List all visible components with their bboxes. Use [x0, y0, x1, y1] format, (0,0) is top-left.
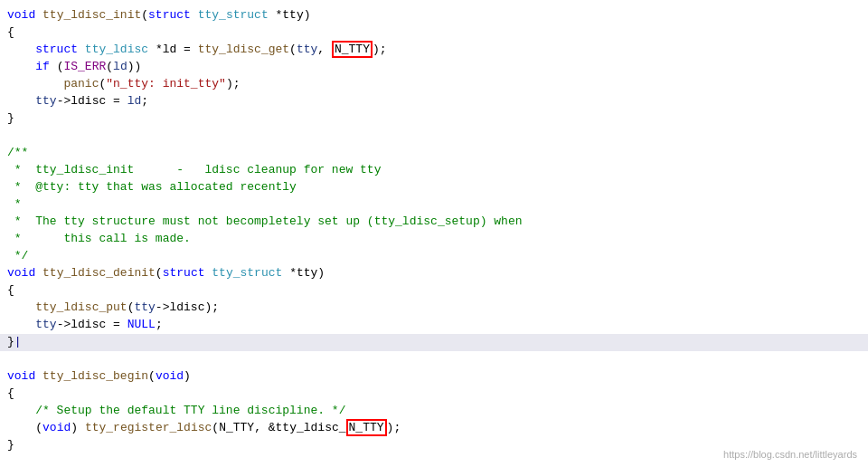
code-line: {	[0, 386, 868, 403]
code-line: void tty_ldisc_init(struct tty_struct *t…	[0, 7, 868, 24]
code-line-highlighted: }|	[0, 334, 868, 351]
code-line: *	[0, 196, 868, 214]
code-line: (void) tty_register_ldisc(N_TTY, &tty_ld…	[0, 420, 868, 437]
code-line: */	[0, 248, 868, 265]
code-line: if (IS_ERR(ld))	[0, 59, 868, 76]
code-line: tty_ldisc_put(tty->ldisc);	[0, 300, 868, 317]
code-line: * The tty structure must not becompletel…	[0, 214, 868, 231]
code-line: * this call is made.	[0, 231, 868, 248]
code-line: panic("n_tty: init_tty");	[0, 76, 868, 93]
code-line: void tty_ldisc_deinit(struct tty_struct …	[0, 265, 868, 282]
code-container: void tty_ldisc_init(struct tty_struct *t…	[0, 0, 868, 467]
highlight-ntty-2: N_TTY	[346, 419, 387, 436]
code-line: tty->ldisc = NULL;	[0, 317, 868, 334]
code-line: {	[0, 282, 868, 300]
code-line: /**	[0, 145, 868, 162]
code-line: /* Setup the default TTY line discipline…	[0, 403, 868, 420]
highlight-ntty-1: N_TTY	[332, 41, 373, 58]
code-line: }	[0, 110, 868, 128]
code-line: void tty_ldisc_begin(void)	[0, 368, 868, 386]
code-line: tty->ldisc = ld;	[0, 93, 868, 110]
code-line: struct tty_ldisc *ld = tty_ldisc_get(tty…	[0, 42, 868, 59]
code-line	[0, 128, 868, 145]
watermark: https://blog.csdn.net/littleyards	[723, 449, 857, 460]
code-line	[0, 351, 868, 368]
code-line: * @tty: tty that was allocated recently	[0, 179, 868, 196]
code-line: * tty_ldisc_init - ldisc cleanup for new…	[0, 162, 868, 179]
code-line: {	[0, 24, 868, 42]
